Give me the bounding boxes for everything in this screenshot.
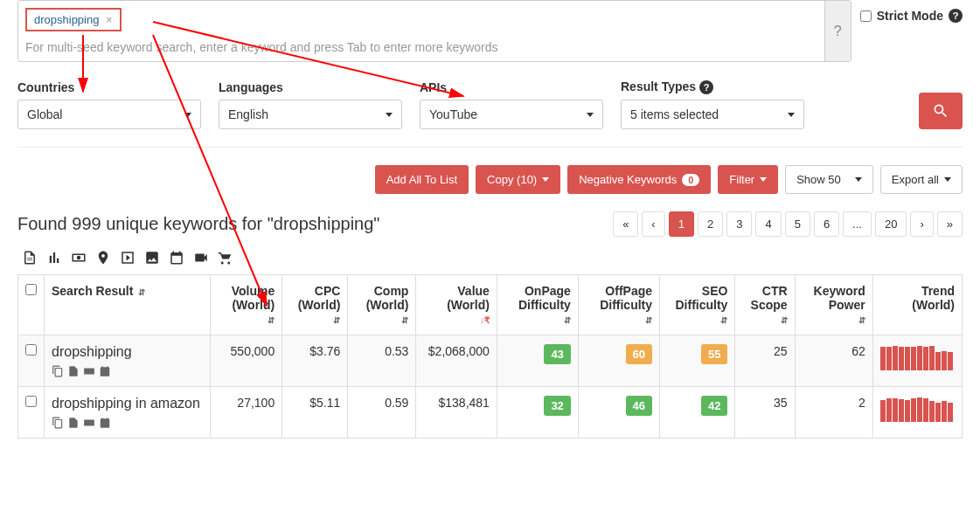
page-›[interactable]: ›	[910, 211, 933, 237]
add-all-button[interactable]: Add All To List	[375, 165, 469, 194]
filter-button[interactable]: Filter	[718, 165, 778, 194]
help-icon[interactable]: ?	[699, 80, 713, 94]
col-comp[interactable]: Comp (World)⇵	[348, 275, 416, 335]
keyword-cell: dropshipping	[45, 335, 211, 387]
volume-cell: 550,000	[211, 335, 282, 387]
col-offpage[interactable]: OffPage Difficulty⇵	[578, 275, 659, 335]
money-icon[interactable]	[83, 365, 95, 377]
result-types-value: 5 items selected	[630, 107, 719, 121]
apis-label: APIs	[420, 80, 603, 94]
youtube-icon[interactable]	[120, 250, 136, 266]
table-row: dropshipping 550,000 $3.76 0.53 $2,068,0…	[18, 335, 963, 387]
page-2[interactable]: 2	[698, 211, 723, 237]
apis-select[interactable]: YouTube	[420, 100, 603, 129]
col-search-result[interactable]: Search Result ⇵	[45, 275, 211, 335]
col-onpage[interactable]: OnPage Difficulty⇵	[497, 275, 578, 335]
select-all-checkbox[interactable]	[25, 284, 37, 295]
comp-cell: 0.59	[348, 387, 416, 439]
col-cpc[interactable]: CPC (World)⇵	[282, 275, 348, 335]
copy-button[interactable]: Copy (10)	[476, 165, 560, 194]
col-volume[interactable]: Volume (World)⇵	[211, 275, 282, 335]
strict-mode-checkbox[interactable]	[860, 10, 872, 22]
cpc-cell: $5.11	[282, 387, 348, 439]
chevron-down-icon	[760, 177, 767, 182]
page-3[interactable]: 3	[726, 211, 752, 237]
copy-icon[interactable]	[52, 365, 64, 377]
row-action-icons	[52, 365, 203, 377]
power-cell: 62	[795, 335, 872, 387]
chevron-down-icon	[184, 113, 191, 117]
col-seo[interactable]: SEO Difficulty⇵	[660, 275, 735, 335]
results-table: Search Result ⇵ Volume (World)⇵ CPC (Wor…	[17, 274, 963, 439]
remove-tag-icon[interactable]: ×	[106, 13, 113, 26]
onpage-cell: 32	[497, 387, 578, 439]
chevron-down-icon	[542, 177, 549, 182]
page-20[interactable]: 20	[875, 211, 907, 237]
copy-icon[interactable]	[52, 417, 64, 429]
volume-cell: 27,100	[211, 387, 282, 439]
page-5[interactable]: 5	[785, 211, 810, 237]
calendar-icon[interactable]	[169, 250, 184, 266]
result-types-select[interactable]: 5 items selected	[621, 100, 804, 129]
col-trend[interactable]: Trend (World)	[872, 275, 962, 335]
chevron-down-icon	[788, 113, 795, 117]
value-cell: $138,481	[416, 387, 497, 439]
search-placeholder: For multi-seed keyword search, enter a k…	[25, 40, 817, 54]
countries-select[interactable]: Global	[17, 100, 201, 129]
location-icon[interactable]	[95, 250, 111, 266]
bar-chart-icon[interactable]	[46, 250, 62, 266]
video-icon[interactable]	[193, 250, 209, 266]
page-...[interactable]: ...	[843, 211, 872, 237]
languages-select[interactable]: English	[219, 100, 402, 129]
col-power[interactable]: Keyword Power⇵	[795, 275, 872, 335]
document-icon[interactable]	[67, 365, 80, 377]
keyword-tag-text: dropshipping	[34, 13, 99, 26]
money-icon[interactable]	[71, 250, 87, 266]
keyword-cell: dropshipping in amazon	[45, 387, 211, 439]
keyword-search-box[interactable]: dropshipping × For multi-seed keyword se…	[17, 0, 851, 62]
chevron-down-icon	[386, 113, 393, 117]
show-count-select[interactable]: Show 50	[785, 165, 873, 194]
languages-value: English	[228, 107, 268, 121]
page-‹[interactable]: ‹	[642, 211, 664, 237]
chevron-down-icon	[944, 177, 951, 182]
results-count: Found 999 unique keywords for "dropshipp…	[17, 214, 379, 234]
offpage-cell: 46	[578, 387, 659, 439]
document-icon[interactable]	[67, 417, 80, 429]
ctr-cell: 35	[735, 387, 795, 439]
document-icon[interactable]	[22, 250, 38, 266]
export-button[interactable]: Export all	[880, 165, 963, 194]
page-6[interactable]: 6	[814, 211, 839, 237]
page-4[interactable]: 4	[755, 211, 781, 237]
cpc-cell: $3.76	[282, 335, 348, 387]
comp-cell: 0.53	[348, 335, 416, 387]
page-«[interactable]: «	[613, 211, 638, 237]
page-»[interactable]: »	[937, 211, 963, 237]
seo-cell: 55	[660, 335, 735, 387]
search-help-button[interactable]: ?	[824, 1, 851, 61]
table-row: dropshipping in amazon 27,100 $5.11 0.59…	[18, 387, 963, 439]
offpage-cell: 60	[578, 335, 659, 387]
row-checkbox[interactable]	[25, 396, 37, 407]
row-checkbox[interactable]	[25, 344, 37, 356]
negative-keywords-button[interactable]: Negative Keywords0	[567, 165, 711, 194]
calendar-icon[interactable]	[99, 365, 111, 377]
help-icon[interactable]: ?	[949, 9, 963, 23]
seo-cell: 42	[660, 387, 735, 439]
cart-icon[interactable]	[218, 250, 233, 266]
image-icon[interactable]	[144, 250, 160, 266]
ctr-cell: 25	[735, 335, 795, 387]
money-icon[interactable]	[83, 417, 95, 429]
power-cell: 2	[795, 387, 872, 439]
pagination: «‹123456...20›»	[613, 211, 963, 237]
strict-mode-label: Strict Mode	[877, 9, 943, 23]
search-icon	[932, 102, 949, 120]
strict-mode-toggle[interactable]: Strict Mode ?	[860, 0, 963, 23]
trend-cell	[872, 335, 962, 387]
col-ctr[interactable]: CTR Scope⇵	[735, 275, 795, 335]
page-1[interactable]: 1	[669, 211, 694, 237]
calendar-icon[interactable]	[99, 417, 111, 429]
col-value[interactable]: Value (World)↓₹	[416, 275, 497, 335]
search-button[interactable]	[919, 93, 963, 129]
keyword-tag[interactable]: dropshipping ×	[25, 8, 122, 31]
